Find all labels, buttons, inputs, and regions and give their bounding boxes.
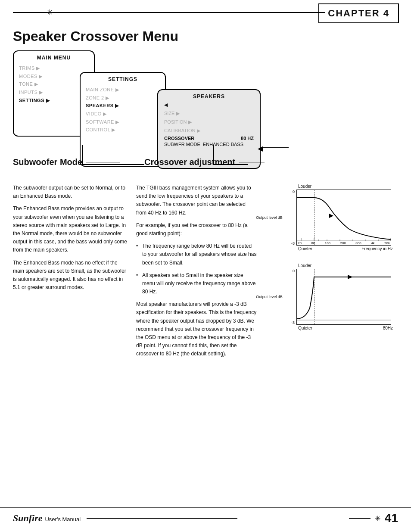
settings-box: SETTINGS MAIN ZONE ▶ ZONE 2 ▶ SPEAKERS ▶… bbox=[80, 72, 166, 167]
chart1-minus3: -3 bbox=[291, 241, 295, 246]
footer-asterisk: ✳ bbox=[375, 514, 380, 523]
arrow-to-hz: ◀ bbox=[258, 144, 263, 152]
charts-area: Louder 0 -3 Output level dB bbox=[264, 184, 398, 358]
crossover-intro: The TGIII bass management system allows … bbox=[136, 184, 257, 217]
chart1-quieter: Quieter bbox=[298, 246, 312, 251]
chart2-louder: Louder bbox=[298, 263, 398, 268]
chart2-y-axis: 0 -3 Output level dB bbox=[277, 269, 296, 325]
menu-item-trims: TRIMS ▶ bbox=[19, 64, 89, 72]
chart1-louder: Louder bbox=[298, 184, 398, 189]
menu-item-modes: MODES ▶ bbox=[19, 72, 89, 81]
settings-item-mainzone: MAIN ZONE ▶ bbox=[86, 86, 160, 94]
chapter-box: CHAPTER 4 bbox=[318, 3, 399, 23]
speakers-back: ◀ bbox=[164, 102, 254, 108]
connector-line2 bbox=[213, 164, 248, 165]
speakers-item-size: SIZE ▶ bbox=[164, 109, 254, 118]
settings-item-video: VIDEO ▶ bbox=[86, 110, 160, 118]
crossover-example: For example, if you set the crossover to… bbox=[136, 221, 257, 238]
footer-brand: Sunfire bbox=[13, 513, 42, 524]
chart2-zero: 0 bbox=[293, 269, 295, 273]
footer-right-line bbox=[349, 518, 371, 519]
hz-line bbox=[263, 147, 289, 148]
crossover-label-area: Crossover adjustment bbox=[144, 157, 265, 167]
chart1-x-bottom: Frequency in Hz bbox=[361, 246, 393, 251]
subwoofer-para1: The subwoofer output can be set to Norma… bbox=[13, 184, 129, 200]
chart1-box: 20 80 100 200 800 4k 20k bbox=[296, 190, 391, 246]
chart1-y-axis: 0 -3 Output level dB bbox=[277, 190, 296, 246]
speakers-item-calibration: CALIBRATION ▶ bbox=[164, 127, 254, 135]
footer-brand-area: Sunfire User's Manual bbox=[13, 513, 237, 524]
chart2-x-bottom: 80Hz bbox=[383, 326, 393, 330]
chart2-bottom-area: Quieter 80Hz bbox=[298, 326, 393, 330]
chart1-svg bbox=[297, 190, 391, 245]
chart2-y-label: Output level dB bbox=[256, 295, 283, 299]
speakers-item-position: POSITION ▶ bbox=[164, 118, 254, 127]
settings-item-zone2: ZONE 2 ▶ bbox=[86, 94, 160, 102]
subwfr-label: SUBWFR MODE bbox=[164, 142, 200, 147]
settings-title: SETTINGS bbox=[86, 76, 160, 82]
header-asterisk: ✳ bbox=[47, 8, 53, 17]
chart1-zero: 0 bbox=[293, 190, 295, 194]
connector-line bbox=[82, 164, 144, 165]
settings-item-control: CONTROL ▶ bbox=[86, 126, 160, 134]
bullet2: • All speakers set to Small in the speak… bbox=[136, 271, 257, 296]
bullet2-text: All speakers set to Small in the speaker… bbox=[142, 272, 255, 295]
chart2-box bbox=[296, 269, 391, 325]
subwoofer-para2: The Enhanced Bass mode provides an outpu… bbox=[13, 205, 129, 254]
subwoofer-section: The subwoofer output can be set to Norma… bbox=[13, 184, 129, 358]
bullet1-text: The frequency range below 80 Hz will be … bbox=[142, 243, 256, 265]
chart1-x-labels: 20 80 100 200 800 4k 20k bbox=[297, 241, 391, 245]
crossover-section: The TGIII bass management system allows … bbox=[136, 184, 257, 358]
speakers-title: SPEAKERS bbox=[164, 93, 254, 100]
subwfr-row: SUBWFR MODE ENHANCED BASS bbox=[164, 142, 254, 147]
footer-line bbox=[87, 518, 237, 519]
settings-item-software: SOFTWARE ▶ bbox=[86, 118, 160, 126]
crossover-row: CROSSOVER 80 HZ bbox=[164, 136, 254, 141]
footer: Sunfire User's Manual ✳ 41 bbox=[0, 507, 411, 525]
chart2-minus3: -3 bbox=[291, 320, 295, 325]
crossover-heading-inline: Crossover adjustment bbox=[144, 157, 235, 167]
chapter-label: CHAPTER 4 bbox=[328, 8, 389, 19]
chart2-container: Louder 0 -3 Output level dB bbox=[277, 263, 398, 330]
subwoofer-para3: The Enhanced Bass mode has no effect if … bbox=[13, 259, 129, 292]
page-title: Speaker Crossover Menu bbox=[13, 28, 398, 44]
chart1-container: Louder 0 -3 Output level dB bbox=[277, 184, 398, 251]
svg-marker-11 bbox=[348, 275, 353, 279]
crossover-closing: Most speaker manufacturers will provide … bbox=[136, 300, 257, 358]
svg-marker-0 bbox=[329, 214, 333, 218]
page-title-text: Speaker Crossover Menu bbox=[13, 28, 178, 44]
chart1-y-label: Output level dB bbox=[256, 215, 283, 220]
main-menu-title: MAIN MENU bbox=[19, 55, 89, 61]
subwoofer-heading-inline: Subwoofer Mode bbox=[13, 157, 82, 167]
menu-item-settings: SETTINGS ▶ bbox=[19, 96, 89, 105]
chart2-svg bbox=[297, 269, 391, 324]
connector-vert bbox=[82, 145, 83, 164]
footer-page: 41 bbox=[385, 511, 398, 525]
footer-manual: User's Manual bbox=[45, 516, 81, 523]
chart1-bottom-area: Quieter Frequency in Hz bbox=[298, 246, 393, 251]
connector-vert2 bbox=[213, 145, 214, 164]
subwfr-value: ENHANCED BASS bbox=[203, 142, 243, 147]
menu-item-tone: TONE ▶ bbox=[19, 80, 89, 88]
settings-item-speakers: SPEAKERS ▶ bbox=[86, 102, 160, 110]
crossover-value: 80 HZ bbox=[241, 136, 254, 141]
menu-item-inputs: INPUTS ▶ bbox=[19, 88, 89, 96]
footer-right: ✳ 41 bbox=[349, 511, 398, 525]
chart2-quieter: Quieter bbox=[298, 326, 312, 330]
subwoofer-mode-label-area: Subwoofer Mode bbox=[13, 157, 120, 167]
bullet1: • The frequency range below 80 Hz will b… bbox=[136, 242, 257, 267]
crossover-label: CROSSOVER bbox=[164, 136, 194, 141]
